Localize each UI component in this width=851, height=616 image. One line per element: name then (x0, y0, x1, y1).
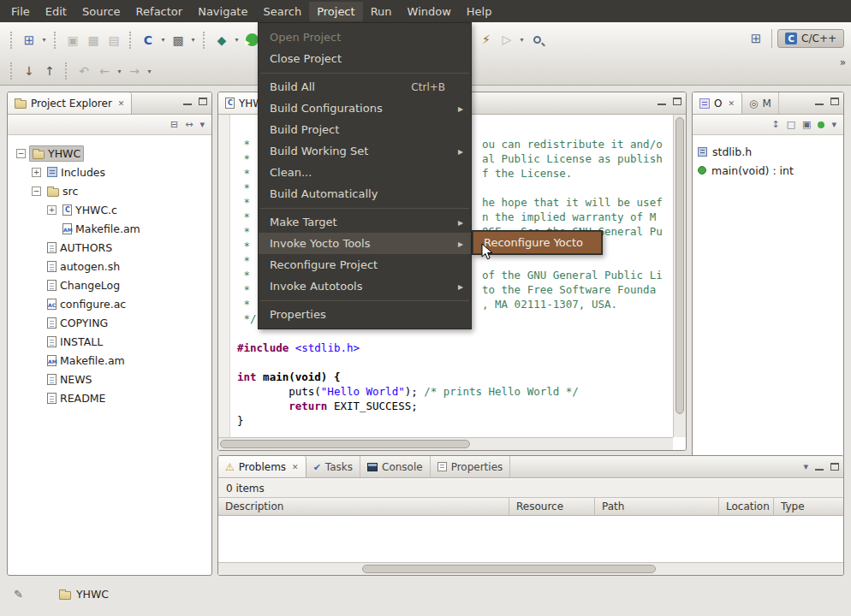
tree-item-includes[interactable]: Includes (8, 163, 211, 181)
maximize-button[interactable] (199, 98, 207, 105)
menu-run[interactable]: Run (363, 2, 400, 21)
toolbar-drag-handle[interactable] (54, 32, 57, 49)
forward-dropdown[interactable] (145, 61, 154, 81)
tree-item-install[interactable]: INSTALL (8, 332, 211, 351)
tree-item-copying[interactable]: COPYING (8, 313, 211, 332)
tree-item-makefile-am-2[interactable]: Makefile.am (8, 351, 211, 370)
vertical-scrollbar[interactable] (673, 115, 686, 437)
debug-button[interactable] (211, 30, 232, 50)
menu-item-build-all[interactable]: Build AllCtrl+B (259, 76, 471, 98)
close-icon[interactable] (118, 99, 125, 108)
horizontal-scrollbar[interactable] (218, 562, 843, 575)
tree-item-src[interactable]: src (8, 181, 211, 200)
scrollbar-thumb[interactable] (362, 565, 656, 573)
close-icon[interactable] (728, 99, 735, 108)
tree-item-project[interactable]: YHWC (8, 144, 211, 163)
tab-project-explorer[interactable]: Project Explorer (8, 92, 132, 114)
tab-make-target[interactable]: M (742, 92, 779, 114)
menu-help[interactable]: Help (459, 2, 500, 21)
annotation-ruler[interactable] (218, 115, 230, 450)
fast-view-icon[interactable] (14, 588, 23, 601)
column-type[interactable]: Type (774, 498, 843, 515)
new-wizard-button[interactable] (19, 30, 39, 50)
build-button[interactable] (168, 30, 188, 50)
external-tools-button[interactable] (497, 29, 517, 50)
menu-item-build-configurations[interactable]: Build Configurations (259, 98, 471, 119)
menu-item-properties[interactable]: Properties (259, 304, 471, 325)
tree-item-changelog[interactable]: ChangeLog (8, 275, 211, 294)
search-button[interactable] (527, 29, 547, 50)
tab-properties[interactable]: Properties (431, 456, 511, 477)
lightning-button[interactable] (476, 29, 497, 50)
menu-item-invoke-yocto-tools[interactable]: Invoke Yocto Tools (259, 233, 471, 254)
menu-item-build-working-set[interactable]: Build Working Set (259, 140, 471, 162)
scrollbar-thumb[interactable] (220, 440, 470, 448)
hide-non-public-icon[interactable] (818, 121, 824, 128)
menu-item-reconfigure-project[interactable]: Reconfigure Project (259, 254, 471, 275)
new-wizard-dropdown[interactable] (39, 30, 49, 50)
hide-static-icon[interactable]: ▣ (802, 119, 811, 130)
view-menu-icon[interactable]: ▾ (831, 119, 836, 130)
view-menu-icon[interactable]: ▾ (199, 119, 205, 130)
outline-item-main[interactable]: main(void) : int (698, 161, 838, 180)
print-button[interactable] (104, 30, 124, 50)
tab-problems[interactable]: Problems (218, 456, 306, 477)
toolbar-drag-handle[interactable] (10, 32, 14, 49)
tab-outline[interactable]: O (693, 92, 742, 114)
maximize-button[interactable] (673, 98, 681, 105)
previous-annotation-button[interactable] (39, 61, 60, 81)
menu-item-build-project[interactable]: Build Project (259, 119, 471, 140)
menu-refactor[interactable]: Refactor (128, 2, 191, 21)
back-dropdown[interactable] (115, 61, 124, 81)
tree-item-configure-ac[interactable]: configure.ac (8, 294, 211, 313)
menu-file[interactable]: File (3, 2, 38, 21)
build-dropdown[interactable] (188, 30, 198, 50)
expander-icon[interactable] (32, 168, 41, 177)
link-with-editor-icon[interactable]: ↔ (185, 119, 193, 130)
expander-icon[interactable] (32, 187, 41, 196)
tree-item-readme[interactable]: README (8, 388, 211, 407)
tree-item-makefile-am[interactable]: Makefile.am (8, 219, 211, 238)
column-resource[interactable]: Resource (509, 498, 595, 515)
scrollbar-thumb[interactable] (675, 117, 684, 414)
last-edit-location-button[interactable] (74, 61, 94, 81)
tree-item-news[interactable]: NEWS (8, 370, 211, 388)
menu-project[interactable]: Project (309, 2, 362, 21)
expander-icon[interactable] (47, 205, 57, 215)
outline-item-stdlib[interactable]: stdlib.h (698, 142, 838, 161)
menu-navigate[interactable]: Navigate (190, 2, 255, 21)
column-path[interactable]: Path (595, 498, 719, 515)
minimize-button[interactable] (183, 98, 192, 105)
column-description[interactable]: Description (218, 498, 509, 515)
hide-fields-icon[interactable]: □ (787, 119, 795, 130)
save-all-button[interactable] (83, 30, 104, 50)
new-c-project-button[interactable] (138, 30, 158, 50)
tree-item-authors[interactable]: AUTHORS (8, 238, 211, 257)
tree-item-autogen-sh[interactable]: autogen.sh (8, 257, 211, 275)
menu-window[interactable]: Window (400, 2, 459, 21)
open-perspective-button[interactable] (746, 28, 766, 49)
column-location[interactable]: Location (719, 498, 774, 515)
menu-item-close-project[interactable]: Close Project (259, 48, 471, 69)
minimize-button[interactable] (658, 98, 666, 105)
maximize-button[interactable] (830, 463, 839, 471)
toolbar-drag-handle[interactable] (203, 32, 206, 49)
sort-icon[interactable]: ↕ (771, 119, 779, 130)
debug-dropdown[interactable] (232, 30, 241, 50)
next-annotation-button[interactable] (19, 61, 39, 81)
tree-selection[interactable]: YHWC (29, 145, 84, 162)
menu-source[interactable]: Source (74, 2, 128, 21)
minimize-button[interactable] (815, 98, 824, 105)
close-icon[interactable] (292, 463, 299, 471)
tree-item-yhwc-c[interactable]: YHWC.c (8, 200, 211, 219)
cpp-perspective-button[interactable]: C/C++ (777, 29, 844, 48)
toolbar-overflow-button[interactable]: » (840, 56, 846, 68)
minimize-button[interactable] (815, 463, 824, 471)
menu-item-build-automatically[interactable]: Build Automatically (259, 183, 471, 204)
tab-tasks[interactable]: Tasks (306, 456, 360, 477)
toolbar-drag-handle[interactable] (10, 62, 14, 80)
collapse-all-icon[interactable]: ⊟ (170, 119, 178, 130)
horizontal-scrollbar[interactable] (218, 437, 673, 450)
menu-item-make-target[interactable]: Make Target (259, 211, 471, 233)
external-tools-dropdown[interactable] (517, 29, 527, 50)
